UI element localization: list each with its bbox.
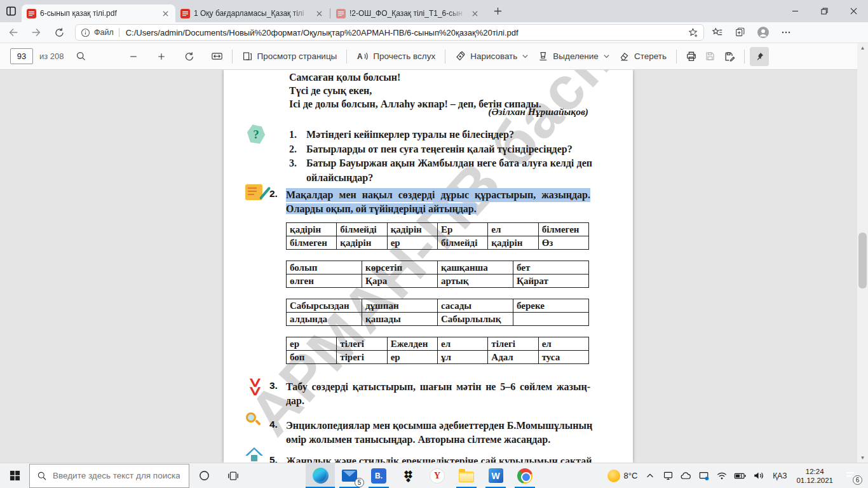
tab-close-button[interactable] xyxy=(160,8,170,18)
taskbar-dropbox-app[interactable]: ◆◆◆◆◆ xyxy=(393,463,423,488)
print-button[interactable] xyxy=(682,47,701,66)
zoom-in-button[interactable] xyxy=(152,47,171,66)
tab-separator xyxy=(330,8,330,18)
table-cell: ел xyxy=(437,337,487,351)
address-bar[interactable]: Файл C:/Users/admin/Documents/Новый%20фо… xyxy=(75,24,704,41)
restore-button[interactable] xyxy=(810,0,839,22)
taskbar-search-box[interactable] xyxy=(29,464,189,488)
browser-tab-2[interactable]: 1 Оқу бағдарламасы_Қазақ тілі xyxy=(175,4,329,22)
draw-button[interactable]: Нарисовать xyxy=(451,47,533,66)
notification-count-badge: 6 xyxy=(853,475,862,485)
question-item: 2. Батырларды от пен суға теңегенін қала… xyxy=(289,142,592,157)
task-view-button[interactable] xyxy=(219,463,248,488)
add-favorite-icon[interactable] xyxy=(688,27,698,38)
tray-expand-button[interactable] xyxy=(641,463,660,488)
table-cell: Қайрат xyxy=(513,274,589,288)
tray-cast-button[interactable] xyxy=(695,463,713,488)
table-cell: бет xyxy=(513,261,589,274)
taskbar-word-app[interactable]: W xyxy=(481,463,510,488)
weather-sun-icon xyxy=(607,470,620,482)
clock-widget[interactable]: 12:2401.12.2021 xyxy=(792,463,837,488)
browser-tab-active[interactable]: 6-сынып қазақ тілі.pdf xyxy=(22,4,175,22)
cortana-button[interactable] xyxy=(189,463,219,488)
tray-wifi-button[interactable] xyxy=(713,463,731,488)
pdf-viewport[interactable]: АРМАН-ПВ баспасы Самсаған қолы болсын! Т… xyxy=(0,70,857,463)
profile-avatar[interactable] xyxy=(754,24,773,41)
scrollbar-thumb[interactable] xyxy=(858,233,867,288)
word-puzzle-table-4: ертілегіЕжелденелтілегіелбоптірегіерұлАд… xyxy=(286,337,589,364)
taskbar-file-explorer-app[interactable] xyxy=(452,463,481,488)
notification-center-button[interactable]: 6 xyxy=(837,463,868,488)
poem-block: Самсаған қолы болсын! Түсі де суық екен,… xyxy=(289,71,541,111)
favorites-button[interactable] xyxy=(708,24,727,41)
pdf-file-icon xyxy=(180,9,190,18)
read-aloud-button[interactable]: A Прочесть вслух xyxy=(352,47,440,66)
forward-button[interactable] xyxy=(27,24,46,41)
weather-widget[interactable]: 8°C xyxy=(604,463,641,488)
highlight-button[interactable]: Выделение xyxy=(533,47,614,66)
settings-menu-button[interactable] xyxy=(776,24,796,41)
tray-volume-button[interactable] xyxy=(750,463,768,488)
table-cell: алдында xyxy=(287,313,362,326)
chevron-down-icon xyxy=(603,53,610,60)
refresh-button[interactable] xyxy=(50,24,69,41)
close-window-button[interactable] xyxy=(839,0,868,22)
taskbar-yandex-app[interactable]: Y xyxy=(423,463,452,488)
save-as-button[interactable] xyxy=(720,47,739,66)
magnifier-icon xyxy=(245,412,262,428)
rotate-button[interactable] xyxy=(180,47,199,66)
table-cell: Өз xyxy=(538,236,588,250)
display-icon xyxy=(663,470,674,481)
taskbar-mail-app[interactable]: 5 xyxy=(335,463,364,488)
search-document-button[interactable] xyxy=(72,47,91,66)
tab-actions-menu-button[interactable] xyxy=(0,0,22,22)
taskbar-b-app[interactable]: B. xyxy=(364,463,393,488)
table-cell: қадірін xyxy=(287,223,337,236)
word-puzzle-table-2: болыпкөрсетіпқашқаншабетөлгенҚараартықҚа… xyxy=(286,261,589,288)
table-cell: көрсетіп xyxy=(362,261,438,274)
minimize-button[interactable] xyxy=(780,0,810,22)
question-number: 1. xyxy=(289,128,306,142)
table-cell: Ер xyxy=(437,223,487,236)
question-text: Батыр Бауыржан ақын Жамбылдан неге бата … xyxy=(306,156,592,185)
scroll-up-arrow[interactable]: ▲ xyxy=(857,43,868,53)
table-cell: білмейді xyxy=(337,223,387,236)
page-view-button[interactable]: Просмотр страницы xyxy=(238,47,342,66)
collections-button[interactable] xyxy=(731,24,750,41)
save-button[interactable] xyxy=(701,47,720,66)
task-4-text: Энциклопедиялар мен қосымша әдебиеттерде… xyxy=(286,419,590,447)
tab-close-button[interactable] xyxy=(470,8,480,18)
taskbar-search-input[interactable] xyxy=(53,471,180,480)
tray-battery-button[interactable] xyxy=(731,463,750,488)
new-tab-button[interactable] xyxy=(489,2,506,20)
table-cell: қашқанша xyxy=(438,261,513,274)
pin-toolbar-button[interactable] xyxy=(750,47,769,66)
taskbar-chrome-app[interactable] xyxy=(510,463,539,488)
vertical-scrollbar[interactable]: ▲ ▼ xyxy=(857,43,868,463)
b-app-icon: B. xyxy=(371,468,386,484)
browser-tab-3[interactable]: !2-ОШ_ФО_Қазақ тілі_Т1_6-сын xyxy=(331,4,485,22)
info-icon xyxy=(81,28,90,37)
start-button[interactable] xyxy=(0,463,29,488)
browser-window: 6-сынып қазақ тілі.pdf 1 Оқу бағдарламас… xyxy=(0,0,868,488)
table-cell: береке xyxy=(513,299,589,313)
table-cell: Ежелден xyxy=(387,337,437,351)
toolbar-separator xyxy=(232,50,233,64)
back-button[interactable] xyxy=(4,24,23,41)
scroll-down-arrow[interactable]: ▼ xyxy=(857,453,868,463)
question-number: 3. xyxy=(289,156,306,185)
tray-onedrive-button[interactable] xyxy=(677,463,695,488)
zoom-out-button[interactable] xyxy=(124,47,143,66)
language-indicator[interactable]: ҚАЗ xyxy=(768,463,792,488)
navigation-bar: Файл C:/Users/admin/Documents/Новый%20фо… xyxy=(0,22,868,43)
chevron-up-icon xyxy=(646,471,654,480)
tab-close-button[interactable] xyxy=(314,8,324,18)
poem-line: Түсі де суық екен, xyxy=(289,84,541,97)
taskbar-edge-app[interactable] xyxy=(306,463,335,488)
erase-button[interactable]: Стереть xyxy=(614,47,671,66)
fit-to-width-button[interactable] xyxy=(208,47,227,66)
tab-title: 1 Оқу бағдарламасы_Қазақ тілі xyxy=(194,9,310,18)
word-puzzle-table-3: Сабырсыздандұшпансасадыберекеалдындақаша… xyxy=(286,299,589,326)
page-number-input[interactable] xyxy=(10,48,33,64)
tray-display-button[interactable] xyxy=(660,463,677,488)
